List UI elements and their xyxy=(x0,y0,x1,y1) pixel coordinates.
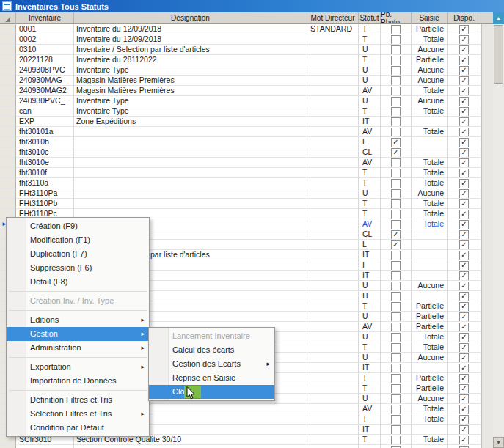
pb-photo-checkbox[interactable] xyxy=(391,394,401,404)
menu-item-creation-f9[interactable]: Création (F9) xyxy=(7,219,149,233)
pb-photo-checkbox[interactable] xyxy=(391,199,401,209)
table-row[interactable]: 0310Inventaire / Selection par liste d'a… xyxy=(0,45,481,55)
pb-photo-checkbox[interactable] xyxy=(391,117,401,127)
dispo-checkbox[interactable]: ✓ xyxy=(459,210,469,219)
pb-photo-checkbox[interactable] xyxy=(391,251,401,260)
dispo-checkbox[interactable]: ✓ xyxy=(459,179,469,188)
column-header-mot-directeur[interactable]: Mot Directeur xyxy=(307,12,359,24)
menu-item-duplication-f7[interactable]: Duplication (F7) xyxy=(7,247,149,261)
pb-photo-checkbox[interactable] xyxy=(391,333,401,342)
menu-item-creation-inv-inv-type[interactable]: Création Inv. / Inv. Type xyxy=(7,294,149,308)
dispo-checkbox[interactable]: ✓ xyxy=(459,302,469,312)
column-header-pb-photo[interactable]: Pb. Photo xyxy=(381,12,412,24)
dispo-checkbox[interactable]: ✓ xyxy=(459,405,469,414)
dispo-checkbox[interactable]: ✓ xyxy=(459,425,469,435)
table-row[interactable]: EXPZone ExpéditionsIT✓ xyxy=(0,117,481,127)
table-row[interactable]: canInventaire TypeTTotale✓ xyxy=(0,106,481,117)
column-header-saisie[interactable]: Saisie xyxy=(412,12,448,24)
dispo-checkbox[interactable]: ✓ xyxy=(459,261,469,271)
row-selector[interactable] xyxy=(0,96,16,106)
row-selector[interactable] xyxy=(0,137,16,147)
menu-item-exportation[interactable]: Exportation▸ xyxy=(7,360,149,374)
dispo-checkbox[interactable]: ✓ xyxy=(459,292,469,301)
row-selector[interactable] xyxy=(0,86,16,96)
table-row[interactable]: 2409308PVCInventaire TypeUAucune✓ xyxy=(0,65,481,76)
dispo-checkbox[interactable]: ✓ xyxy=(459,45,469,55)
menu-item-detail-f8[interactable]: Détail (F8) xyxy=(7,275,149,289)
pb-photo-checkbox[interactable] xyxy=(391,97,401,106)
pb-photo-checkbox[interactable] xyxy=(391,364,401,373)
pb-photo-checkbox[interactable] xyxy=(391,45,401,55)
dispo-checkbox[interactable]: ✓ xyxy=(459,56,469,65)
dispo-checkbox[interactable]: ✓ xyxy=(459,436,469,445)
column-header-dispo[interactable]: Dispo. xyxy=(448,12,481,24)
dispo-checkbox[interactable]: ✓ xyxy=(459,374,469,383)
pb-photo-checkbox[interactable] xyxy=(391,353,401,363)
dispo-checkbox[interactable]: ✓ xyxy=(459,415,469,425)
table-row[interactable]: 20221128Inventaire du 28112022TPartielle… xyxy=(0,55,481,65)
row-selector[interactable] xyxy=(0,147,16,158)
pb-photo-checkbox[interactable] xyxy=(391,384,401,394)
menu-item-suppression-f6[interactable]: Suppression (F6) xyxy=(7,261,149,275)
dispo-checkbox[interactable]: ✓ xyxy=(459,128,469,137)
dispo-checkbox[interactable]: ✓ xyxy=(459,97,469,106)
table-row[interactable]: 0001Inventaire du 12/09/2018STANDARDTPar… xyxy=(0,24,481,34)
pb-photo-checkbox[interactable] xyxy=(391,87,401,96)
dispo-checkbox[interactable]: ✓ xyxy=(459,282,469,291)
table-row[interactable]: 240930PVC_Inventaire TypeUAucune✓ xyxy=(0,96,481,106)
pb-photo-checkbox[interactable] xyxy=(391,302,401,312)
table-row[interactable]: FHt3110PbTTotale✓ xyxy=(0,199,481,209)
dispo-checkbox[interactable]: ✓ xyxy=(459,169,469,178)
submenu-item-lancement-inventaire[interactable]: Lancement Inventaire xyxy=(149,329,274,343)
dispo-checkbox[interactable]: ✓ xyxy=(459,35,469,45)
submenu-item-cloture[interactable]: Clôture xyxy=(149,385,274,399)
menu-item-administration[interactable]: Administration▸ xyxy=(7,341,149,355)
dispo-checkbox[interactable]: ✓ xyxy=(459,394,469,404)
submenu-item-calcul-des-ecarts[interactable]: Calcul des écarts xyxy=(149,343,274,357)
dispo-checkbox[interactable]: ✓ xyxy=(459,66,469,76)
row-selector[interactable] xyxy=(0,45,16,55)
dispo-checkbox[interactable]: ✓ xyxy=(459,343,469,353)
row-selector[interactable] xyxy=(0,24,16,34)
dispo-checkbox[interactable]: ✓ xyxy=(459,107,469,117)
row-selector[interactable] xyxy=(0,65,16,76)
select-all-corner[interactable] xyxy=(0,12,16,24)
pb-photo-checkbox[interactable] xyxy=(391,343,401,353)
pb-photo-checkbox[interactable] xyxy=(391,312,401,322)
pb-photo-checkbox[interactable] xyxy=(391,436,401,445)
row-selector[interactable] xyxy=(0,188,16,199)
row-selector[interactable] xyxy=(0,178,16,188)
table-row[interactable]: 240930MAG2Magasin Matières PremièresAVTo… xyxy=(0,86,481,96)
menu-item-condition-par-defaut[interactable]: Condition par Défaut xyxy=(7,421,149,435)
submenu-item-reprise-en-saisie[interactable]: Reprise en Saisie xyxy=(149,371,274,385)
dispo-checkbox[interactable]: ✓ xyxy=(459,323,469,332)
pb-photo-checkbox[interactable] xyxy=(391,35,401,45)
dispo-checkbox[interactable]: ✓ xyxy=(459,364,469,373)
dispo-checkbox[interactable]: ✓ xyxy=(459,189,469,199)
pb-photo-checkbox[interactable]: ✓ xyxy=(391,148,401,158)
pb-photo-checkbox[interactable]: ✓ xyxy=(391,240,401,250)
table-row[interactable]: fht3010eAVTotale✓ xyxy=(0,158,481,168)
dispo-checkbox[interactable]: ✓ xyxy=(459,384,469,394)
row-selector[interactable] xyxy=(0,76,16,86)
dispo-checkbox[interactable]: ✓ xyxy=(459,271,469,281)
dispo-checkbox[interactable]: ✓ xyxy=(459,158,469,168)
dispo-checkbox[interactable]: ✓ xyxy=(459,199,469,209)
menu-item-editions[interactable]: Editions▸ xyxy=(7,313,149,327)
pb-photo-checkbox[interactable] xyxy=(391,169,401,178)
column-header-designation[interactable]: Désignation xyxy=(74,12,307,24)
row-selector[interactable] xyxy=(0,127,16,137)
row-selector[interactable] xyxy=(0,168,16,178)
row-selector[interactable] xyxy=(0,117,16,127)
pb-photo-checkbox[interactable] xyxy=(391,261,401,271)
scroll-up-button[interactable]: ▲ xyxy=(493,12,504,24)
dispo-checkbox[interactable]: ✓ xyxy=(459,251,469,260)
row-selector[interactable] xyxy=(0,158,16,168)
submenu-item-gestion-des-ecarts[interactable]: Gestion des Ecarts▸ xyxy=(149,357,274,371)
scroll-down-button[interactable]: ▼ xyxy=(493,437,504,448)
row-selector[interactable] xyxy=(0,199,16,209)
scrollbar-thumb[interactable] xyxy=(494,25,503,84)
table-row[interactable]: fht3010fTTotale✓ xyxy=(0,168,481,178)
dispo-checkbox[interactable]: ✓ xyxy=(459,220,469,229)
table-row[interactable]: FHt3110PaUAucune✓ xyxy=(0,188,481,199)
